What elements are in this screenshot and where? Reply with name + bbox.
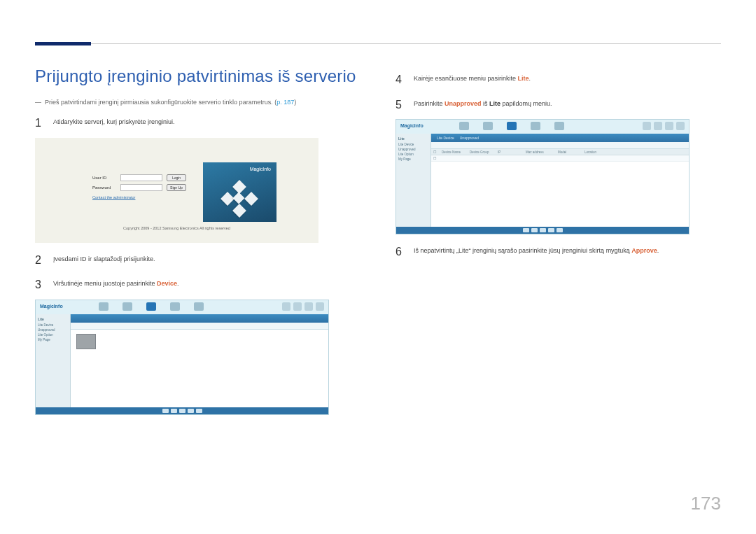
step-3-suffix: . [177,280,179,287]
app-toolbar [71,323,328,330]
tool-icon[interactable] [282,302,290,311]
sidebar-item-lite-device[interactable]: Lite Device [398,143,428,146]
tool-icon[interactable] [643,122,651,130]
col-checkbox[interactable]: ☐ [431,150,440,154]
step-number: 2 [35,251,46,269]
pager-next-icon[interactable] [188,409,194,413]
page-content: Prijungto įrenginio patvirtinimas iš ser… [35,66,721,423]
tabbar-item[interactable]: Lite Device [437,136,454,140]
nav-device-icon[interactable] [507,122,517,132]
label-password: Password [92,185,116,190]
tool-icon[interactable] [316,302,324,311]
app-footer [396,227,689,234]
row-checkbox[interactable]: ☐ [431,157,440,160]
app-sidebar: Lite Lite Device Unapproved Lite Option … [396,134,431,233]
highlight-lite: Lite [518,75,529,82]
device-thumbnail-icon [76,334,96,349]
pager-page[interactable] [540,228,546,232]
note-text: Prieš patvirtindami įrenginį pirmiausia … [45,99,296,106]
page-title: Prijungto įrenginio patvirtinimas iš ser… [35,66,360,86]
input-userid[interactable] [120,174,162,181]
top-right-tools [282,302,324,311]
step-6-suffix: . [657,247,659,254]
step-1: 1 Atidarykite serverį, kurį priskyrėte į… [35,114,360,132]
pager-last-icon[interactable] [556,228,563,232]
col-model: Model [556,150,582,154]
step-number: 1 [35,114,46,132]
tabbar-item-unapproved[interactable]: Unapproved [460,136,479,140]
screenshot-unapproved-list: MagicInfo Lite Lite Device Unapproved Li… [396,119,690,234]
nav-setting-icon[interactable] [554,122,564,132]
login-row-userid: User ID Login [92,174,186,181]
nav-schedule-icon[interactable] [483,122,493,132]
nav-device-icon[interactable] [146,302,156,312]
nav-user-icon[interactable] [531,122,540,132]
step-number: 5 [396,96,407,114]
sidebar-item-unapproved[interactable]: Unapproved [38,328,68,332]
table-header: ☐ Device Name Device Group IP Mac addres… [431,149,689,155]
pager-first-icon[interactable] [162,409,169,413]
step-number: 4 [396,71,407,89]
app-logo: MagicInfo [400,123,424,128]
app-body-unapproved: ☐ Device Name Device Group IP Mac addres… [431,149,689,227]
note-prefix: Prieš patvirtindami įrenginį pirmiausia … [45,99,276,106]
step-4-suffix: . [529,75,531,82]
app-body-device [71,330,328,407]
brand-magicinfo: MagicInfo [250,167,271,171]
step-1-text: Atidarykite serverį, kurį priskyrėte įre… [53,114,175,132]
signup-button-label: Sign Up [170,185,183,190]
highlight-unapproved: Unapproved [444,100,482,107]
tool-icon[interactable] [304,302,313,311]
nav-content-icon[interactable] [459,122,469,132]
col-name: Device Name [440,150,468,154]
sidebar-head: Lite [398,136,428,141]
sidebar-item-my-page[interactable]: My Page [398,157,428,161]
step-number: 3 [35,276,46,294]
sidebar-item-lite-device[interactable]: Lite Device [38,323,68,327]
contact-admin-link[interactable]: Contact the administrator [92,195,186,199]
pager-first-icon[interactable] [523,228,529,232]
login-copyright: Copyright 2009 - 2012 Samsung Electronic… [35,226,318,230]
col-group: Device Group [468,150,496,154]
step-4-text: Kairėje esančiuose meniu pasirinkite Lit… [414,71,531,89]
input-password[interactable] [120,184,162,191]
pager-next-icon[interactable] [548,228,554,232]
col-ip: IP [496,150,524,154]
brand-diamond-icon [223,182,256,216]
tool-icon[interactable] [665,122,673,130]
login-button[interactable]: Login [167,174,186,181]
page-link-187[interactable]: p. 187 [276,99,294,106]
note-suffix: ) [294,99,296,106]
nav-user-icon[interactable] [170,302,180,312]
top-nav [99,302,204,312]
sidebar-item-lite-option[interactable]: Lite Option [398,153,428,156]
sidebar-item-my-page[interactable]: My Page [38,338,68,342]
step-6-prefix: Iš nepatvirtintų „Lite“ įrenginių sąrašo… [414,247,631,254]
app-sidebar: Lite Lite Device Unapproved Lite Option … [36,314,71,414]
top-nav [459,122,564,132]
signup-button[interactable]: Sign Up [167,184,186,191]
step-4: 4 Kairėje esančiuose meniu pasirinkite L… [396,71,721,89]
tool-icon[interactable] [293,302,302,311]
sidebar-item-lite-option[interactable]: Lite Option [38,333,68,337]
table-row[interactable]: ☐ [431,155,689,162]
pager-last-icon[interactable] [196,409,202,413]
pager-page[interactable] [179,409,186,413]
precondition-note: ― Prieš patvirtindami įrenginį pirmiausi… [35,99,360,106]
sidebar-item-unapproved[interactable]: Unapproved [398,148,428,151]
tool-icon[interactable] [654,122,662,130]
app-footer [36,407,328,414]
step-5-c: papildomų meniu. [500,100,552,107]
nav-schedule-icon[interactable] [122,302,132,312]
pager-prev-icon[interactable] [531,228,538,232]
header-divider [35,43,721,44]
device-thumbnail-item[interactable] [76,334,96,349]
col-location: Location [582,150,689,154]
tool-icon[interactable] [676,122,685,130]
sidebar-head: Lite [38,317,68,321]
app-logo: MagicInfo [40,304,63,309]
nav-setting-icon[interactable] [194,302,204,312]
pager-prev-icon[interactable] [171,409,177,413]
nav-content-icon[interactable] [99,302,108,312]
highlight-device: Device [157,280,177,287]
